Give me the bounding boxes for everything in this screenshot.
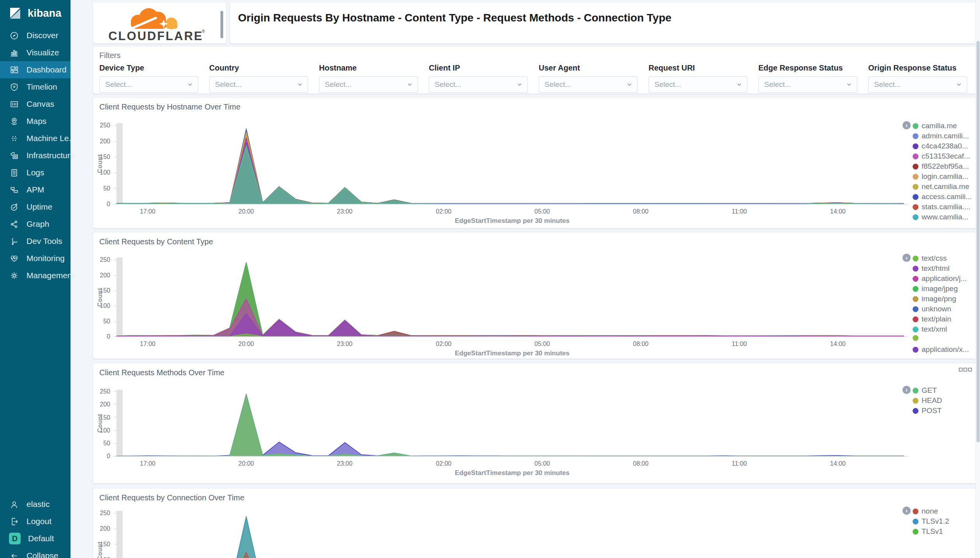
filter-label: Origin Response Status: [868, 64, 967, 72]
legend-item-get[interactable]: GET: [913, 386, 937, 395]
legend-item-www-camilia[interactable]: www.camilia...: [913, 213, 968, 221]
filter-select-device-type[interactable]: Select...: [99, 76, 198, 93]
x-axis-tick: 11:00: [732, 460, 747, 467]
area-chart[interactable]: [113, 258, 908, 338]
sidebar-item-maps[interactable]: Maps: [0, 113, 71, 130]
chevron-down-icon: [187, 81, 193, 88]
filter-select-request-uri[interactable]: Select...: [649, 76, 747, 93]
legend-toggle-icon[interactable]: ›: [902, 507, 911, 515]
filter-group-client-ip: Client IPSelect...: [429, 64, 528, 93]
legend-item-image-png[interactable]: image/png: [913, 295, 956, 303]
filter-select-country[interactable]: Select...: [209, 76, 308, 93]
partial-bucket-band: [117, 390, 123, 456]
sidebar-nav: DiscoverVisualizeDashboardTimelionCanvas…: [0, 27, 71, 284]
legend-item-head[interactable]: HEAD: [913, 396, 942, 405]
chart-panel-client-requests-by-connection-over-time: Client Requests by Connection Over Time0…: [93, 488, 978, 558]
area-chart[interactable]: [113, 390, 908, 458]
x-axis-label: EdgeStartTimestamp per 30 minutes: [116, 217, 908, 225]
legend-label: text/plain: [922, 315, 951, 323]
filter-label: Edge Response Status: [758, 64, 857, 72]
chart-title: Client Requests by Content Type: [99, 237, 213, 246]
legend-item-image-jpeg[interactable]: image/jpeg: [913, 284, 958, 293]
legend-item-login-camilia[interactable]: login.camilia...: [913, 172, 968, 181]
legend-toggle-icon[interactable]: ›: [902, 121, 911, 129]
legend-item-stats-camilia[interactable]: stats.camilia....: [913, 203, 971, 211]
panel-options-icon[interactable]: [959, 368, 972, 371]
filter-label: Client IP: [429, 64, 528, 72]
kibana-logo[interactable]: kibana: [0, 0, 71, 27]
legend-item-tlsv1[interactable]: TLSv1: [913, 527, 943, 536]
sidebar-item-machine-le[interactable]: Machine Le...: [0, 130, 71, 147]
x-axis-tick: 08:00: [633, 460, 649, 467]
sidebar-footer-logout[interactable]: Logout: [0, 513, 71, 530]
legend-label: c513153ecaf...: [922, 152, 970, 161]
legend-item-item[interactable]: [913, 335, 922, 341]
legend-item-tlsv1-2[interactable]: TLSv1.2: [913, 517, 949, 526]
legend-toggle-icon[interactable]: ›: [902, 254, 911, 262]
devtools-icon: [9, 236, 19, 246]
x-axis-tick: 08:00: [633, 208, 649, 215]
sidebar-item-timelion[interactable]: Timelion: [0, 78, 71, 95]
legend-color-dot: [913, 408, 918, 414]
filter-select-user-agent[interactable]: Select...: [539, 76, 638, 93]
sidebar-footer-elastic[interactable]: elastic: [0, 496, 71, 513]
area-chart[interactable]: [113, 511, 908, 558]
filter-select-hostname[interactable]: Select...: [319, 76, 418, 93]
chevron-down-icon: [407, 81, 413, 88]
filter-placeholder: Select...: [325, 80, 352, 89]
filter-select-edge-response-status[interactable]: Select...: [758, 76, 857, 93]
sidebar-item-graph[interactable]: Graph: [0, 215, 71, 233]
page-scrollbar-thumb[interactable]: [976, 41, 980, 442]
legend-item-unknown[interactable]: unknown: [913, 305, 951, 313]
area-chart[interactable]: [113, 123, 908, 206]
legend-item-c4ca4238a0[interactable]: c4ca4238a0...: [913, 142, 968, 150]
legend-label: HEAD: [922, 396, 942, 405]
filter-select-origin-response-status[interactable]: Select...: [868, 76, 967, 93]
legend-item-text-plain[interactable]: text/plain: [913, 315, 951, 323]
sidebar-item-dashboard[interactable]: Dashboard: [0, 61, 71, 78]
legend-color-dot: [913, 519, 918, 524]
legend-item-text-xml[interactable]: text/xml: [913, 325, 947, 334]
chart-panel-client-requests-methods-over-time: Client Requests Methods Over Time0501001…: [93, 363, 978, 484]
timelion-icon: [9, 82, 19, 92]
sidebar-item-visualize[interactable]: Visualize: [0, 44, 71, 61]
legend-item-camilia-me[interactable]: camilia.me: [913, 122, 957, 130]
sidebar-item-apm[interactable]: APM: [0, 181, 71, 198]
legend-item-text-css[interactable]: text/css: [913, 254, 947, 263]
legend-label: GET: [922, 386, 937, 395]
legend-label: TLSv1.2: [922, 517, 949, 526]
legend-item-application-x[interactable]: application/x...: [913, 345, 969, 354]
legend-color-dot: [913, 204, 918, 210]
x-axis-tick: 05:00: [534, 460, 550, 467]
legend-item-post[interactable]: POST: [913, 406, 942, 415]
filter-placeholder: Select...: [545, 80, 571, 89]
legend-item-c513153ecaf[interactable]: c513153ecaf...: [913, 152, 970, 161]
logo-panel-scrollbar[interactable]: [220, 11, 223, 38]
sidebar-item-canvas[interactable]: Canvas: [0, 95, 71, 113]
sidebar-footer-default[interactable]: DDefault: [0, 530, 71, 547]
y-axis-tick: 200: [93, 525, 110, 532]
chevron-down-icon: [956, 81, 962, 88]
sidebar-item-monitoring[interactable]: Monitoring: [0, 250, 71, 267]
legend-item-f8522ebf95a[interactable]: f8522ebf95a...: [913, 162, 969, 171]
legend-toggle-icon[interactable]: ›: [902, 386, 911, 394]
legend-item-none[interactable]: none: [913, 507, 938, 516]
legend-item-access-camili[interactable]: access.camili...: [913, 192, 972, 201]
sidebar-item-logs[interactable]: Logs: [0, 164, 71, 181]
legend-item-admin-camili[interactable]: admin.camili...: [913, 132, 969, 140]
chevron-down-icon: [846, 81, 852, 88]
sidebar-item-infrastructure[interactable]: Infrastructure: [0, 147, 71, 164]
sidebar-footer-collapse[interactable]: Collapse: [0, 547, 71, 558]
legend-item-application-j[interactable]: application/j...: [913, 274, 967, 283]
legend-item-text-html[interactable]: text/html: [913, 264, 950, 273]
filter-label: User Agent: [539, 64, 638, 72]
sidebar-item-discover[interactable]: Discover: [0, 27, 71, 44]
x-axis-tick: 02:00: [436, 460, 451, 467]
filter-select-client-ip[interactable]: Select...: [429, 76, 528, 93]
x-axis-tick: 14:00: [830, 208, 846, 215]
sidebar-item-management[interactable]: Management: [0, 267, 71, 284]
sidebar-item-uptime[interactable]: Uptime: [0, 198, 71, 215]
sidebar-item-dev-tools[interactable]: Dev Tools: [0, 233, 71, 250]
x-axis-tick: 17:00: [140, 208, 155, 215]
legend-item-net-camilia-me[interactable]: net.camilia.me: [913, 182, 969, 191]
